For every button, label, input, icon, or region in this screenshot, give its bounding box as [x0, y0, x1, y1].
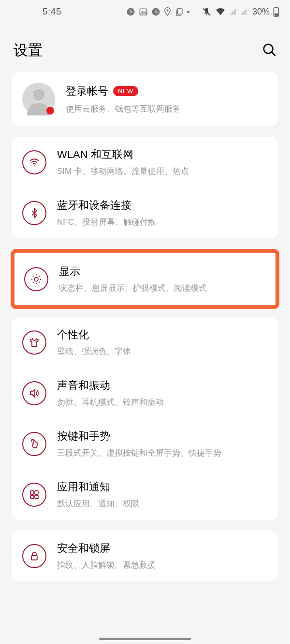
item-subtitle: 默认应用、通知、权限: [57, 498, 139, 509]
avatar: [22, 83, 55, 115]
status-time: 5:45: [43, 6, 61, 17]
svg-point-10: [264, 44, 273, 53]
apps-circle-icon: [22, 483, 46, 507]
copy-icon: [174, 7, 184, 16]
gesture-circle-icon: [22, 432, 46, 456]
item-subtitle: 指纹、人脸解锁、紧急救援: [57, 559, 156, 571]
account-title: 登录帐号: [66, 84, 108, 99]
svg-rect-8: [276, 7, 277, 8]
lock-circle-icon: [22, 544, 46, 568]
security-card: 安全和锁屏 指纹、人脸解锁、紧急救援: [12, 530, 278, 581]
account-card[interactable]: 登录帐号 NEW 使用云服务、钱包等互联网服务: [12, 72, 278, 126]
mute-icon: [202, 7, 212, 17]
signal-icon-2: [240, 8, 247, 15]
wifi-circle-icon: [22, 150, 46, 174]
brightness-circle-icon: [24, 267, 48, 291]
sync-icon-2: [151, 7, 160, 16]
svg-line-21: [39, 276, 40, 277]
item-title: 声音和振动: [57, 378, 164, 393]
svg-rect-23: [35, 491, 38, 494]
svg-point-13: [34, 277, 38, 281]
settings-item-bluetooth[interactable]: 蓝牙和设备连接 NFC、投射屏幕、触碰付款: [12, 187, 278, 238]
wifi-icon: [215, 7, 226, 16]
settings-item-display[interactable]: 显示 状态栏、息屏显示、护眼模式、阅读模式: [14, 253, 276, 305]
settings-item-security[interactable]: 安全和锁屏 指纹、人脸解锁、紧急救援: [12, 530, 278, 581]
account-item[interactable]: 登录帐号 NEW 使用云服务、钱包等互联网服务: [12, 72, 278, 126]
item-subtitle: 勿扰、耳机模式、铃声和振动: [57, 397, 164, 408]
svg-rect-25: [35, 495, 38, 499]
item-title: 应用和通知: [57, 480, 139, 494]
item-subtitle: 三段式开关、虚拟按键和全屏手势、快捷手势: [57, 447, 221, 458]
preferences-card: 个性化 壁纸、强调色、字体 声音和振动 勿扰、耳机模式、铃声和振动 按键和手势 …: [12, 317, 278, 520]
item-title: 个性化: [57, 328, 131, 342]
item-subtitle: SIM 卡、移动网络、流量使用、热点: [57, 166, 189, 177]
search-icon[interactable]: [262, 43, 276, 59]
sound-circle-icon: [22, 381, 46, 405]
item-title: WLAN 和互联网: [57, 147, 189, 162]
item-title: 按键和手势: [57, 429, 221, 444]
item-title: 蓝牙和设备连接: [57, 198, 156, 213]
page-title: 设置: [14, 41, 43, 60]
svg-rect-5: [177, 8, 182, 14]
battery-icon: [273, 6, 279, 17]
svg-point-12: [34, 165, 35, 166]
svg-rect-26: [31, 556, 37, 560]
status-bar: 5:45 30%: [0, 0, 290, 23]
dot-icon: [187, 11, 189, 13]
settings-item-sound[interactable]: 声音和振动 勿扰、耳机模式、铃声和振动: [12, 368, 278, 418]
settings-item-apps[interactable]: 应用和通知 默认应用、通知、权限: [12, 469, 278, 520]
image-icon: [139, 7, 148, 16]
highlighted-display-card[interactable]: 显示 状态栏、息屏显示、护眼模式、阅读模式: [11, 249, 279, 309]
sync-icon: [126, 7, 135, 16]
bluetooth-circle-icon: [22, 201, 46, 225]
new-badge: NEW: [113, 86, 138, 96]
header: 设置: [0, 23, 290, 72]
account-subtitle: 使用云服务、钱包等互联网服务: [66, 103, 181, 114]
network-card: WLAN 和互联网 SIM 卡、移动网络、流量使用、热点 蓝牙和设备连接 NFC…: [12, 137, 278, 238]
battery-percent: 30%: [252, 7, 270, 17]
notification-dot: [46, 107, 54, 114]
item-title: 安全和锁屏: [57, 541, 156, 556]
settings-item-gestures[interactable]: 按键和手势 三段式开关、虚拟按键和全屏手势、快捷手势: [12, 418, 278, 469]
shirt-circle-icon: [22, 330, 46, 355]
svg-line-11: [272, 52, 276, 56]
settings-item-personalize[interactable]: 个性化 壁纸、强调色、字体: [12, 317, 278, 368]
item-subtitle: 壁纸、强调色、字体: [57, 346, 131, 357]
svg-rect-9: [275, 14, 278, 16]
svg-rect-22: [30, 491, 34, 494]
svg-line-19: [39, 282, 40, 283]
svg-rect-24: [30, 495, 34, 499]
item-subtitle: 状态栏、息屏显示、护眼模式、阅读模式: [59, 283, 207, 294]
svg-line-18: [33, 276, 34, 277]
account-text: 登录帐号 NEW 使用云服务、钱包等互联网服务: [66, 84, 181, 114]
svg-point-4: [166, 9, 168, 11]
item-title: 显示: [59, 264, 207, 279]
svg-line-20: [33, 282, 34, 283]
item-subtitle: NFC、投射屏幕、触碰付款: [57, 216, 156, 228]
home-indicator[interactable]: [99, 638, 191, 640]
location-icon: [164, 7, 171, 16]
signal-icon-1: [229, 8, 236, 15]
settings-item-wlan[interactable]: WLAN 和互联网 SIM 卡、移动网络、流量使用、热点: [12, 137, 278, 187]
